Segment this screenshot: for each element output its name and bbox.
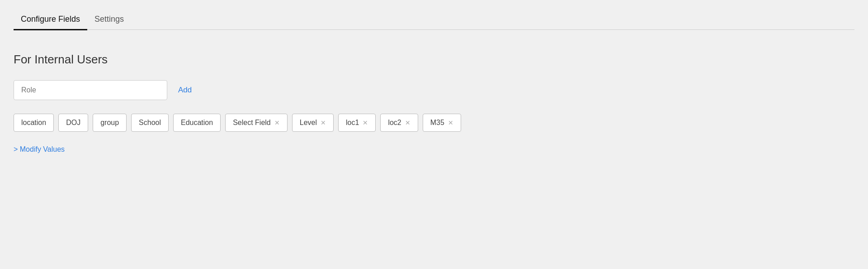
tag-close-m35[interactable]: ✕	[448, 120, 453, 126]
tag-label-m35: M35	[430, 119, 444, 127]
tag-label-doj: DOJ	[66, 119, 80, 127]
add-button[interactable]: Add	[175, 84, 195, 96]
tabs: Configure Fields Settings	[14, 0, 854, 29]
modify-values-link[interactable]: > Modify Values	[14, 145, 65, 153]
tag-level: Level✕	[292, 114, 334, 132]
tag-label-location: location	[21, 119, 46, 127]
input-row: Add	[14, 80, 854, 100]
tag-label-select-field: Select Field	[233, 119, 271, 127]
tag-label-loc1: loc1	[346, 119, 359, 127]
tab-configure-fields[interactable]: Configure Fields	[14, 9, 87, 29]
tag-education: Education	[173, 114, 221, 132]
tag-label-level: Level	[300, 119, 317, 127]
tag-label-loc2: loc2	[388, 119, 401, 127]
tags-row: locationDOJgroupSchoolEducationSelect Fi…	[14, 114, 854, 132]
tag-group: group	[93, 114, 127, 132]
tag-label-education: Education	[181, 119, 213, 127]
role-input[interactable]	[14, 80, 167, 100]
page-container: Configure Fields Settings For Internal U…	[0, 0, 868, 154]
tag-label-school: School	[139, 119, 161, 127]
tag-close-loc1[interactable]: ✕	[363, 120, 368, 126]
tag-close-loc2[interactable]: ✕	[405, 120, 410, 126]
tag-location: location	[14, 114, 54, 132]
tag-school: School	[131, 114, 169, 132]
tag-close-select-field[interactable]: ✕	[274, 120, 280, 126]
tab-bar: Configure Fields Settings	[14, 0, 854, 30]
tag-m35: M35✕	[423, 114, 461, 132]
section-title: For Internal Users	[14, 53, 854, 67]
tab-settings[interactable]: Settings	[87, 9, 131, 29]
tag-loc2: loc2✕	[380, 114, 418, 132]
tag-label-group: group	[100, 119, 119, 127]
tag-loc1: loc1✕	[338, 114, 376, 132]
tag-close-level[interactable]: ✕	[321, 120, 326, 126]
tag-select-field: Select Field✕	[225, 114, 288, 132]
tag-doj: DOJ	[58, 114, 88, 132]
